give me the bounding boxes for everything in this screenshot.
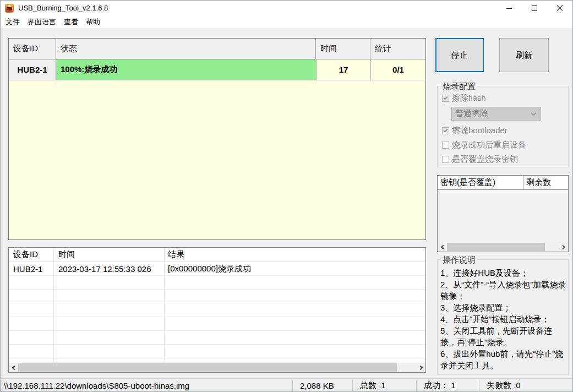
app-icon [5, 4, 14, 13]
menu-view[interactable]: 查看 [60, 16, 82, 28]
erase-mode-dropdown[interactable]: 普通擦除 [451, 107, 541, 121]
close-icon [556, 5, 563, 12]
log-result: [0x00000000]烧录成功 [165, 262, 425, 275]
checkbox-checked-icon [442, 95, 449, 102]
menu-bar: 文件 界面语言 查看 帮助 [1, 16, 572, 28]
usb-burning-tool-window: { "window": { "title": "USB_Burning_Tool… [0, 0, 573, 392]
instructions-group: 操作说明 1、连接好HUB及设备； 2、从“文件”-“导入烧录包”加载烧录镜像；… [437, 259, 569, 375]
col-header-stats[interactable]: 统计 [370, 39, 425, 59]
col-header-time[interactable]: 时间 [54, 248, 165, 262]
minimize-icon [506, 8, 512, 9]
log-row-empty [9, 358, 425, 363]
scroll-left-icon[interactable] [9, 363, 18, 372]
device-table-header: 设备ID 状态 时间 统计 [9, 39, 425, 59]
burn-stats-cell: 0/1 [370, 59, 425, 80]
burn-config-title: 烧录配置 [441, 81, 477, 92]
success-count-text: 成功： 1 [417, 379, 479, 392]
instructions-title: 操作说明 [441, 255, 477, 265]
log-table-body: HUB2-1 2023-03-17 12:55:33 026 [0x000000… [9, 262, 425, 363]
erase-bootloader-label: 擦除bootloader [452, 126, 507, 136]
erase-flash-label: 擦除flash [452, 93, 486, 104]
log-row[interactable]: HUB2-1 2023-03-17 12:55:33 026 [0x000000… [9, 262, 425, 276]
log-table-header: 设备ID 时间 结果 [9, 248, 425, 262]
burn-time-cell: 17 [316, 59, 370, 80]
stop-button[interactable]: 停止 [435, 38, 484, 72]
col-header-result[interactable]: 结果 [165, 248, 425, 262]
status-bar: \\192.168.111.22\downloads\S805-uboot-hi… [1, 378, 572, 392]
total-count-text: 总数 :1 [353, 379, 416, 392]
menu-language[interactable]: 界面语言 [24, 16, 60, 28]
checkbox-unchecked-icon [442, 156, 449, 163]
log-row-empty [9, 303, 425, 317]
device-progress-table: 设备ID 状态 时间 统计 HUB2-1 100%:烧录成功 17 0/1 [8, 38, 426, 240]
log-row-empty [9, 317, 425, 331]
log-row-empty [9, 290, 425, 303]
scroll-right-icon[interactable] [559, 242, 568, 252]
image-path-text: \\192.168.111.22\downloads\S805-uboot-hi… [1, 379, 292, 392]
erase-flash-checkbox[interactable]: 擦除flash [442, 93, 486, 104]
checkbox-checked-icon [442, 127, 449, 134]
log-row-empty [9, 331, 425, 345]
close-button[interactable] [547, 1, 572, 16]
col-header-device-id[interactable]: 设备ID [9, 39, 56, 59]
log-row-empty [9, 345, 425, 358]
chevron-down-icon [531, 111, 537, 116]
col-header-remaining[interactable]: 剩余数 [523, 176, 568, 189]
checkbox-unchecked-icon [442, 141, 449, 149]
scrollbar-thumb[interactable] [18, 363, 397, 372]
device-id-cell: HUB2-1 [9, 59, 56, 80]
image-size-text: 2,088 KB [293, 379, 352, 392]
burn-config-group: 烧录配置 擦除flash 普通擦除 擦除bootloader 烧录成功后重启设备… [437, 86, 569, 167]
key-table-header: 密钥(是否覆盖) 剩余数 [438, 176, 568, 190]
log-row-empty [9, 276, 425, 290]
log-time: 2023-03-17 12:55:33 026 [54, 262, 165, 275]
device-row[interactable]: HUB2-1 100%:烧录成功 17 0/1 [9, 59, 425, 80]
minimize-button[interactable] [496, 1, 522, 16]
refresh-button[interactable]: 刷新 [499, 38, 549, 72]
window-controls [496, 1, 572, 16]
key-table: 密钥(是否覆盖) 剩余数 [437, 175, 569, 252]
col-header-time[interactable]: 时间 [316, 39, 370, 59]
title-bar: USB_Burning_Tool_v2.1.6.8 [1, 1, 572, 16]
failed-count-text: 失败数 :0 [479, 379, 572, 392]
col-header-status[interactable]: 状态 [56, 39, 316, 59]
scroll-right-icon[interactable] [416, 363, 425, 372]
maximize-button[interactable] [522, 1, 547, 16]
log-device-id: HUB2-1 [9, 262, 54, 275]
key-table-body [438, 190, 568, 242]
overwrite-key-checkbox[interactable]: 是否覆盖烧录密钥 [442, 154, 518, 165]
reboot-after-burn-label: 烧录成功后重启设备 [452, 140, 526, 150]
reboot-after-burn-checkbox[interactable]: 烧录成功后重启设备 [442, 140, 526, 150]
erase-bootloader-checkbox[interactable]: 擦除bootloader [442, 126, 507, 136]
scroll-left-icon[interactable] [438, 242, 447, 252]
erase-mode-value: 普通擦除 [455, 108, 488, 119]
menu-help[interactable]: 帮助 [82, 16, 104, 28]
maximize-icon [532, 6, 537, 11]
col-header-device-id[interactable]: 设备ID [9, 248, 54, 262]
menu-file[interactable]: 文件 [2, 16, 24, 28]
key-table-hscrollbar[interactable] [438, 242, 568, 252]
log-table: 设备ID 时间 结果 HUB2-1 2023-03-17 12:55:33 02… [8, 247, 426, 373]
window-title: USB_Burning_Tool_v2.1.6.8 [18, 1, 108, 16]
overwrite-key-label: 是否覆盖烧录密钥 [452, 154, 518, 165]
burn-status-cell: 100%:烧录成功 [56, 59, 316, 80]
instructions-text: 1、连接好HUB及设备； 2、从“文件”-“导入烧录包”加载烧录镜像； 3、选择… [440, 267, 567, 371]
scrollbar-thumb[interactable] [447, 243, 545, 251]
col-header-key[interactable]: 密钥(是否覆盖) [438, 176, 523, 189]
log-table-hscrollbar[interactable] [9, 363, 425, 372]
